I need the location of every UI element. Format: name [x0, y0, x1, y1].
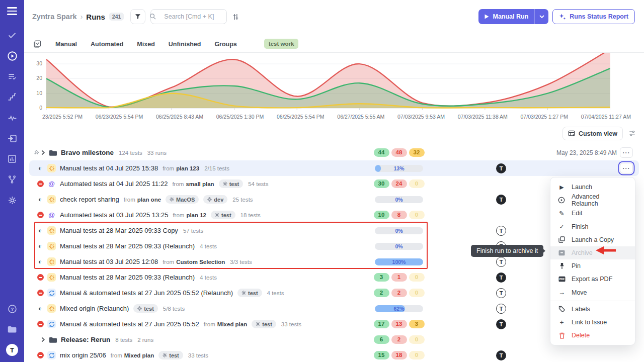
manual-run-icon [47, 257, 56, 266]
sidebar-item-activity[interactable] [6, 112, 18, 124]
menu-item-finish[interactable]: ✓Finish [550, 220, 635, 233]
delete-icon [558, 332, 566, 339]
filter-button[interactable] [130, 9, 145, 24]
run-row[interactable]: ◐Manual tests at 28 Mar 2025 09:33 Copy5… [29, 223, 639, 238]
automated-run-icon: @ [47, 179, 56, 188]
manual-run-dropdown[interactable] [534, 9, 548, 24]
assignee-avatar[interactable]: T [496, 288, 506, 298]
breadcrumb-project[interactable]: Zyntra Spark [32, 13, 77, 21]
active-filter-badge[interactable]: test work [264, 39, 299, 49]
menu-item-link-to-issue[interactable]: +Link to Issue [550, 316, 635, 329]
menu-item-launch[interactable]: ▶Launch [550, 180, 635, 194]
svg-text:PDF: PDF [559, 278, 564, 281]
tab-unfinished[interactable]: Unfinished [169, 41, 201, 48]
menu-item-delete[interactable]: Delete [550, 329, 635, 342]
y-axis-tick: 10 [31, 90, 42, 96]
run-row[interactable]: @Automated tests at 03 Jul 2025 13:25fro… [29, 207, 639, 223]
failed-count-pill: 1 [391, 273, 407, 282]
search-input[interactable] [150, 9, 227, 24]
menu-item-pin[interactable]: Pin [550, 259, 635, 273]
manual-run-button[interactable]: Manual Run [478, 9, 548, 24]
sidebar-item-reports[interactable] [6, 153, 18, 165]
manual-run-icon [47, 242, 56, 250]
archive-icon [558, 250, 566, 256]
plan-name: plan 12 [186, 212, 206, 218]
status-stopped-icon [37, 212, 44, 218]
assignee-avatar[interactable]: T [496, 226, 506, 236]
projects-button[interactable] [6, 323, 18, 335]
sidebar-item-test-cases[interactable] [6, 29, 18, 41]
expand-chevron[interactable] [41, 150, 49, 155]
gear-icon [137, 306, 142, 311]
sidebar: ? T [0, 0, 24, 362]
tests-count: 4 tests [200, 243, 217, 249]
assignee-avatar[interactable]: T [496, 273, 506, 283]
run-name: Manual tests at 28 Mar 2025 09:33 (Relau… [60, 274, 195, 281]
assignee-avatar[interactable]: T [496, 257, 506, 267]
assignee-avatar[interactable]: T [496, 350, 506, 360]
assignee-avatar[interactable]: T [496, 304, 506, 314]
row-more-button[interactable]: ··· [620, 147, 633, 158]
group-row[interactable]: Release: Rerun8 tests2 runs620Jul 5, 202… [29, 332, 639, 347]
manual-run-icon [47, 304, 56, 313]
tests-count: 33 tests [188, 352, 208, 358]
menu-item-advanced-relaunch[interactable]: Advanced Relaunch [550, 194, 635, 207]
assignee-avatar[interactable]: T [496, 319, 506, 329]
archive-tooltip: Finish run to archive it [471, 245, 543, 257]
sidebar-item-import[interactable] [6, 132, 18, 144]
sidebar-item-milestones[interactable] [6, 91, 18, 103]
user-avatar[interactable]: T [6, 344, 18, 356]
runs-status-report-button[interactable]: Runs Status Report [552, 9, 635, 24]
assignee-avatar[interactable]: T [496, 163, 506, 173]
menu-item-launch-a-copy[interactable]: Launch a Copy [550, 233, 635, 246]
run-row[interactable]: @Automated tests at 04 Jul 2025 11:22fro… [29, 176, 639, 192]
tests-count: 25 tests [232, 197, 253, 203]
run-row[interactable]: mix origin 25/06fromMixed plantest33 tes… [29, 347, 639, 362]
menu-item-archive[interactable]: Archive [550, 246, 635, 259]
run-row[interactable]: ◐Manual tests at 03 Jul 2025 12:08fromCu… [29, 254, 639, 269]
runs-count: 33 runs [147, 150, 167, 156]
run-row[interactable]: ◐Mixed origin (Relaunch)test5/8 tests62%… [29, 301, 639, 316]
tests-count: 2/15 tests [204, 165, 229, 171]
run-row[interactable]: Manual & automated tests at 27 Jun 2025 … [29, 316, 639, 332]
tab-automated[interactable]: Automated [91, 41, 123, 48]
row-more-button[interactable]: ··· [620, 163, 633, 173]
search-settings-icon[interactable] [232, 13, 239, 21]
menu-item-move[interactable]: →Move [550, 286, 635, 299]
sidebar-item-runs[interactable] [6, 50, 18, 62]
other-count-pill: 32 [409, 148, 425, 157]
result-pills: 15180 [371, 351, 427, 359]
run-row[interactable]: ◐check report sharingfromplan oneMacOSde… [29, 192, 639, 207]
environment-badge: test [211, 211, 235, 219]
run-row[interactable]: Manual tests at 28 Mar 2025 09:33 (Relau… [29, 269, 639, 285]
folder-icon [7, 324, 18, 335]
runs-tabs: ManualAutomatedMixedUnfinishedGroups tes… [33, 37, 298, 50]
sidebar-item-branching[interactable] [6, 173, 18, 186]
tab-mixed[interactable]: Mixed [137, 41, 154, 48]
expand-chevron[interactable] [41, 337, 49, 342]
manual-run-label: Manual Run [493, 13, 528, 20]
group-row[interactable]: Bravo milestone124 tests33 runs444832May… [29, 145, 639, 160]
run-row[interactable]: Manual & automated tests at 27 Jun 2025 … [29, 285, 639, 301]
menu-hamburger-icon[interactable] [7, 7, 17, 15]
select-runs-icon [33, 40, 42, 48]
menu-item-export-as-pdf[interactable]: PDFExport as PDF [550, 273, 635, 286]
custom-view-button[interactable]: Custom view [562, 127, 623, 140]
other-count-pill: 0 [409, 179, 425, 188]
x-axis-tick: 07/04/2025 11:27 AM [581, 114, 631, 120]
manual-run-icon [47, 164, 56, 172]
tab-manual[interactable]: Manual [55, 41, 77, 48]
from-label: from [163, 165, 174, 171]
menu-item-edit[interactable]: ✎Edit [550, 207, 635, 220]
view-settings-icon[interactable] [628, 130, 636, 139]
run-row[interactable]: ◐Manual tests at 04 Jul 2025 15:38frompl… [29, 160, 639, 176]
failed-count-pill: 24 [391, 179, 407, 188]
sidebar-item-checklist[interactable] [6, 70, 18, 82]
help-button[interactable]: ? [6, 303, 18, 315]
assignee-avatar[interactable]: T [496, 195, 506, 205]
sidebar-item-settings[interactable] [6, 194, 18, 206]
gear-icon [223, 182, 227, 186]
tab-groups[interactable]: Groups [214, 41, 236, 48]
menu-item-labels[interactable]: Labels [550, 303, 635, 316]
gear-icon [215, 213, 219, 217]
